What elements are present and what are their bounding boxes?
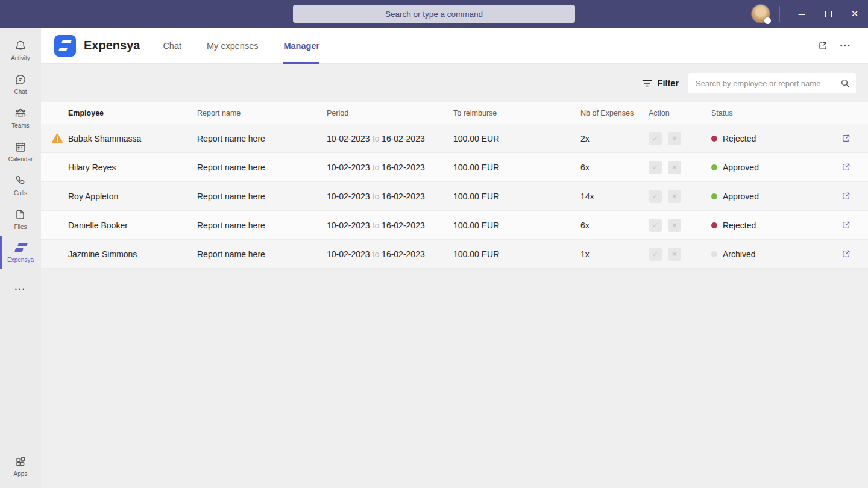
- employee-name: Jazmine Simmons: [68, 249, 137, 259]
- popout-icon: [817, 40, 828, 51]
- status-dot: [711, 136, 717, 142]
- expensya-logo-icon: [13, 242, 28, 255]
- column-header-action: Action: [649, 109, 711, 117]
- table-header-row: Employee Report name Period To reimburse…: [41, 102, 868, 124]
- period: 10-02-2023 to 16-02-2023: [327, 134, 453, 143]
- column-header-employee: Employee: [41, 109, 197, 117]
- sidebar-item-calls[interactable]: Calls: [0, 169, 41, 201]
- status-label: Rejected: [723, 134, 756, 143]
- sidebar-item-activity[interactable]: Activity: [0, 34, 41, 66]
- open-report-button[interactable]: [841, 133, 868, 143]
- column-header-to-reimburse: To reimburse: [453, 109, 580, 117]
- status-label: Archived: [723, 249, 755, 259]
- amount: 100.00 EUR: [453, 221, 580, 230]
- phone-icon: [13, 174, 28, 188]
- minimize-button[interactable]: ─: [788, 0, 815, 28]
- column-header-nb-expenses: Nb of Expenses: [580, 109, 649, 117]
- period: 10-02-2023 to 16-02-2023: [327, 221, 453, 230]
- apps-icon: [13, 454, 28, 469]
- chat-icon: [13, 72, 28, 87]
- amount: 100.00 EUR: [453, 249, 580, 259]
- approve-button[interactable]: ✓: [649, 161, 662, 174]
- status-dot: [711, 222, 717, 228]
- employee-name: Hilary Reyes: [68, 163, 116, 172]
- app-header: Expensya Chat My expenses Manager •••: [41, 28, 868, 64]
- command-search-input[interactable]: [293, 5, 575, 23]
- table-row[interactable]: Babak Shammassa Report name here 10-02-2…: [41, 124, 868, 153]
- external-link-icon: [841, 220, 851, 230]
- report-name: Report name here: [197, 249, 327, 259]
- app-content: Expensya Chat My expenses Manager ••• Fi…: [41, 28, 868, 488]
- sidebar-item-label: Teams: [11, 122, 29, 129]
- reject-button[interactable]: ✕: [668, 219, 681, 232]
- open-report-button[interactable]: [841, 249, 868, 259]
- external-link-icon: [841, 191, 851, 201]
- close-button[interactable]: ✕: [841, 0, 868, 28]
- tab-my-expenses[interactable]: My expenses: [207, 28, 258, 64]
- nb-expenses: 1x: [580, 249, 649, 259]
- app-rail: Activity Chat Teams Calendar Calls: [0, 28, 41, 488]
- table-row[interactable]: Hilary Reyes Report name here 10-02-2023…: [41, 153, 868, 182]
- report-name: Report name here: [197, 192, 327, 201]
- table-row[interactable]: Roy Appleton Report name here 10-02-2023…: [41, 182, 868, 211]
- amount: 100.00 EUR: [453, 134, 580, 143]
- status-dot: [711, 164, 717, 170]
- table-row[interactable]: Danielle Booker Report name here 10-02-2…: [41, 211, 868, 240]
- sidebar-item-label: Chat: [14, 89, 27, 95]
- status-dot: [711, 251, 717, 257]
- popout-button[interactable]: [817, 40, 828, 51]
- open-report-button[interactable]: [841, 191, 868, 201]
- reject-button[interactable]: ✕: [668, 132, 681, 145]
- column-header-report-name: Report name: [197, 109, 327, 117]
- open-report-button[interactable]: [841, 162, 868, 172]
- reject-button[interactable]: ✕: [668, 161, 681, 174]
- tab-manager[interactable]: Manager: [283, 28, 319, 64]
- reject-button[interactable]: ✕: [668, 248, 681, 261]
- external-link-icon: [841, 162, 851, 172]
- file-icon: [13, 207, 28, 222]
- filter-button[interactable]: Filter: [642, 78, 679, 88]
- external-link-icon: [841, 249, 851, 259]
- nb-expenses: 14x: [580, 192, 649, 201]
- status-dot: [711, 193, 717, 199]
- tab-chat[interactable]: Chat: [163, 28, 181, 64]
- nb-expenses: 2x: [580, 134, 649, 143]
- app-tabs: Chat My expenses Manager: [163, 28, 319, 64]
- rail-more-button[interactable]: •••: [0, 280, 41, 298]
- approve-button[interactable]: ✓: [649, 190, 662, 203]
- search-icon[interactable]: [840, 78, 850, 88]
- teams-title-bar: ─ ✕: [0, 0, 868, 28]
- approve-button[interactable]: ✓: [649, 219, 662, 232]
- period: 10-02-2023 to 16-02-2023: [327, 192, 453, 201]
- user-avatar[interactable]: [752, 5, 770, 23]
- employee-name: Danielle Booker: [68, 221, 128, 230]
- column-header-status: Status: [711, 109, 841, 117]
- approve-button[interactable]: ✓: [649, 132, 662, 145]
- presence-indicator-icon: [764, 17, 771, 24]
- table-search-input[interactable]: [696, 79, 840, 88]
- status-label: Approved: [723, 192, 759, 201]
- period: 10-02-2023 to 16-02-2023: [327, 249, 453, 259]
- maximize-icon: [825, 11, 832, 17]
- open-report-button[interactable]: [841, 220, 868, 230]
- amount: 100.00 EUR: [453, 163, 580, 172]
- report-name: Report name here: [197, 134, 327, 143]
- filter-label: Filter: [658, 78, 679, 88]
- teams-people-icon: [13, 106, 28, 120]
- table-row[interactable]: Jazmine Simmons Report name here 10-02-2…: [41, 240, 868, 269]
- column-header-period: Period: [327, 109, 453, 117]
- filter-icon: [642, 79, 652, 87]
- sidebar-item-expensya[interactable]: Expensya: [0, 236, 41, 269]
- calendar-icon: [13, 140, 28, 154]
- period: 10-02-2023 to 16-02-2023: [327, 163, 453, 172]
- maximize-button[interactable]: [815, 0, 841, 28]
- sidebar-item-calendar[interactable]: Calendar: [0, 135, 41, 167]
- reject-button[interactable]: ✕: [668, 190, 681, 203]
- external-link-icon: [841, 133, 851, 143]
- sidebar-item-chat[interactable]: Chat: [0, 67, 41, 100]
- sidebar-item-files[interactable]: Files: [0, 202, 41, 235]
- header-more-button[interactable]: •••: [840, 42, 851, 49]
- sidebar-item-apps[interactable]: Apps: [0, 449, 41, 482]
- sidebar-item-teams[interactable]: Teams: [0, 101, 41, 134]
- approve-button[interactable]: ✓: [649, 248, 662, 261]
